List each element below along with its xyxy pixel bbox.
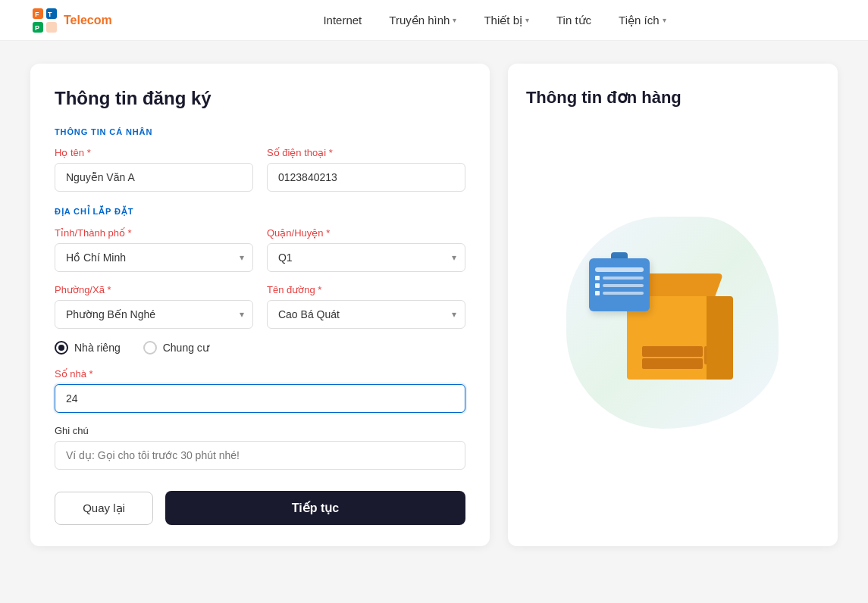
radio-circle-selected	[55, 341, 68, 355]
phone-group: Số điện thoại *	[267, 147, 465, 192]
box-stripe-1	[642, 346, 703, 357]
house-number-group: Số nhà *	[55, 368, 465, 413]
name-phone-row: Họ tên * Số điện thoại *	[55, 147, 465, 192]
house-type-group: Nhà riêng Chung cư	[55, 341, 465, 355]
full-name-group: Họ tên *	[55, 147, 253, 192]
order-info-card: Thông tin đơn hàng	[508, 64, 838, 546]
radio-chung-cu[interactable]: Chung cư	[143, 341, 209, 355]
nav-tien-ich[interactable]: Tiện ích ▾	[619, 14, 666, 27]
street-select[interactable]: Cao Bá Quát Nguyễn Huệ	[267, 300, 465, 329]
nav-tin-tuc[interactable]: Tin tức	[556, 14, 591, 27]
radio-nha-rieng-label: Nhà riêng	[74, 342, 121, 354]
clipboard-icon	[589, 258, 650, 311]
street-group: Tên đường * Cao Bá Quát Nguyễn Huệ ▾	[267, 284, 465, 329]
svg-text:F: F	[35, 11, 39, 18]
svg-text:T: T	[48, 11, 52, 18]
ward-label: Phường/Xã *	[55, 284, 253, 295]
ward-select[interactable]: Phường Bến Nghé Phường Cầu Ông Lãnh	[55, 300, 253, 329]
nav-internet[interactable]: Internet	[323, 14, 362, 27]
continue-button[interactable]: Tiếp tục	[165, 491, 465, 525]
clipboard-check-row-2	[595, 283, 644, 288]
house-number-label: Số nhà *	[55, 368, 465, 380]
district-group: Quận/Huyện * Q1 Q2 Q3 ▾	[267, 227, 465, 272]
address-section: ĐỊA CHỈ LẮP ĐẶT Tỉnh/Thành phố * Hồ Chí …	[55, 207, 465, 470]
registration-form-card: Thông tin đăng ký THÔNG TIN CÁ NHÂN Họ t…	[30, 64, 490, 546]
box-stripe-2	[642, 358, 703, 369]
form-title: Thông tin đăng ký	[55, 88, 465, 109]
radio-inner	[58, 345, 64, 351]
ward-group: Phường/Xã * Phường Bến Nghé Phường Cầu Ô…	[55, 284, 253, 329]
house-number-input[interactable]	[55, 384, 465, 413]
chevron-down-icon: ▾	[453, 16, 456, 24]
radio-circle-empty	[143, 341, 157, 355]
district-label: Quận/Huyện *	[267, 227, 465, 239]
province-district-row: Tỉnh/Thành phố * Hồ Chí Minh Hà Nội Đà N…	[55, 227, 465, 272]
clipboard-body	[589, 258, 650, 311]
clipboard-line	[595, 267, 644, 272]
svg-text:P: P	[35, 24, 39, 32]
clipboard-check-row-3	[595, 291, 644, 295]
note-input[interactable]	[55, 441, 465, 470]
note-group: Ghi chú	[55, 425, 465, 470]
province-select-wrap: Hồ Chí Minh Hà Nội Đà Nẵng ▾	[55, 243, 253, 272]
radio-nha-rieng[interactable]: Nhà riêng	[55, 341, 121, 355]
full-name-input[interactable]	[55, 163, 253, 192]
province-label: Tỉnh/Thành phố *	[55, 227, 253, 239]
personal-section-label: THÔNG TIN CÁ NHÂN	[55, 127, 465, 136]
back-button[interactable]: Quay lại	[55, 492, 153, 525]
district-select[interactable]: Q1 Q2 Q3	[267, 243, 465, 272]
full-name-label: Họ tên *	[55, 147, 253, 158]
order-info-title: Thông tin đơn hàng	[526, 88, 682, 108]
fpt-logo-icon: F P T	[30, 6, 59, 35]
svg-rect-4	[46, 22, 57, 33]
street-label: Tên đường *	[267, 284, 465, 295]
package-illustration	[612, 266, 733, 380]
brand-name: Telecom	[64, 14, 112, 27]
street-select-wrap: Cao Bá Quát Nguyễn Huệ ▾	[267, 300, 465, 329]
chevron-down-icon: ▾	[663, 16, 666, 24]
order-illustration	[526, 123, 819, 522]
phone-label: Số điện thoại *	[267, 147, 465, 158]
main-nav: Internet Truyền hình ▾ Thiết bị ▾ Tin tứ…	[152, 14, 838, 27]
address-section-label: ĐỊA CHỈ LẮP ĐẶT	[55, 207, 465, 217]
form-buttons: Quay lại Tiếp tục	[55, 491, 465, 525]
nav-truyen-hinh[interactable]: Truyền hình ▾	[389, 14, 456, 27]
note-label: Ghi chú	[55, 425, 465, 436]
radio-chung-cu-label: Chung cư	[163, 342, 209, 354]
chevron-down-icon: ▾	[525, 16, 529, 24]
province-group: Tỉnh/Thành phố * Hồ Chí Minh Hà Nội Đà N…	[55, 227, 253, 272]
box-right	[707, 296, 733, 380]
clipboard-check-row	[595, 276, 644, 280]
nav-thiet-bi[interactable]: Thiết bị ▾	[484, 14, 529, 27]
main-content: Thông tin đăng ký THÔNG TIN CÁ NHÂN Họ t…	[0, 41, 868, 569]
district-select-wrap: Q1 Q2 Q3 ▾	[267, 243, 465, 272]
ward-street-row: Phường/Xã * Phường Bến Nghé Phường Cầu Ô…	[55, 284, 465, 329]
ward-select-wrap: Phường Bến Nghé Phường Cầu Ông Lãnh ▾	[55, 300, 253, 329]
phone-input[interactable]	[267, 163, 465, 192]
site-header: F P T Telecom Internet Truyền hình ▾ Thi…	[0, 0, 868, 41]
province-select[interactable]: Hồ Chí Minh Hà Nội Đà Nẵng	[55, 243, 253, 272]
logo[interactable]: F P T Telecom	[30, 6, 121, 35]
